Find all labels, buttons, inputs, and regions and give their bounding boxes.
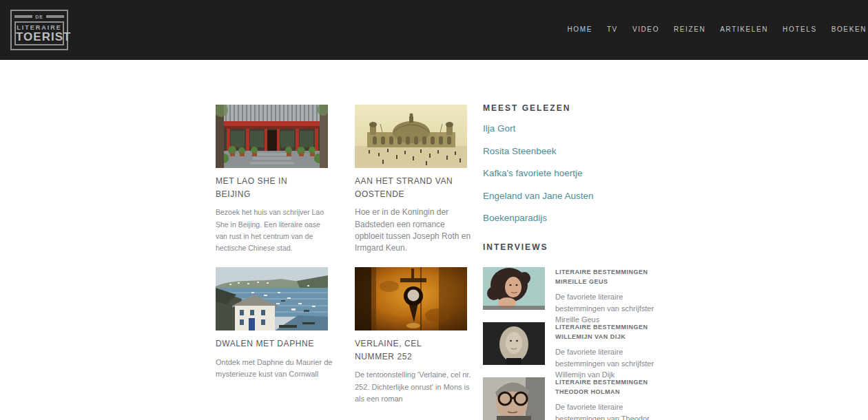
interview-thumb-theodor-holman[interactable]	[483, 377, 545, 420]
nav-item-home[interactable]: HOME	[568, 25, 592, 33]
interview-excerpt: De favoriete literaire bestemmingen van …	[555, 291, 662, 326]
nav-item-tv[interactable]: TV	[607, 25, 618, 33]
interview-title[interactable]: LITERAIRE BESTEMMINGEN WILLEMIJN VAN DIJ…	[555, 323, 662, 342]
interview-item-mireille-geus[interactable]: LITERAIRE BESTEMMINGEN MIREILLE GEUS De …	[483, 267, 663, 326]
interview-excerpt: De favoriete literaire bestemmingen van …	[555, 401, 662, 420]
nav-item-artikelen[interactable]: ARTIKELEN	[720, 25, 768, 33]
site-header: DE LITERAIRE TOERIST HOME TV VIDEO REIZE…	[0, 0, 868, 60]
interview-text: LITERAIRE BESTEMMINGEN THEODOR HOLMAN De…	[555, 377, 662, 420]
article-card-daphne: DWALEN MET DAPHNE Ontdek met Daphne du M…	[216, 267, 333, 381]
logo-toerist-text: TOERIST	[16, 31, 63, 43]
most-read-link-rosita-steenbeek[interactable]: Rosita Steenbeek	[483, 146, 662, 156]
interview-thumb-willemijn-van-dijk[interactable]	[483, 322, 545, 365]
article-image-cornwall-harbour[interactable]	[216, 267, 328, 330]
article-excerpt: Ontdek met Daphne du Maurier de mysterie…	[216, 357, 333, 381]
article-title-line2: OOSTENDE	[355, 188, 472, 201]
most-read-link-boekenparadijs[interactable]: Boekenparadijs	[483, 213, 662, 223]
most-read-link-kafka-hoertje[interactable]: Kafka's favoriete hoertje	[483, 168, 662, 178]
most-read-link-ilja-gort[interactable]: Ilja Gort	[483, 123, 662, 134]
article-title-line1: AAN HET STRAND VAN	[355, 175, 472, 188]
logo-left-bar	[14, 15, 32, 18]
most-read-link-jane-austen[interactable]: Engeland van Jane Austen	[483, 191, 662, 201]
article-title-line2: BEIJING	[216, 188, 333, 201]
nav-item-hotels[interactable]: HOTELS	[783, 25, 817, 33]
article-image-rusty-cell-door[interactable]	[355, 267, 467, 330]
article-title-line1: VERLAINE, CEL	[355, 337, 472, 350]
article-image-lao-she-courtyard[interactable]	[216, 105, 328, 168]
interview-title[interactable]: LITERAIRE BESTEMMINGEN THEODOR HOLMAN	[555, 378, 662, 397]
article-card-oostende: AAN HET STRAND VAN OOSTENDE Hoe er in de…	[355, 105, 472, 255]
interview-title-line1: LITERAIRE BESTEMMINGEN	[555, 268, 662, 277]
interview-title-line2: THEODOR HOLMAN	[555, 388, 662, 397]
article-title-line1: DWALEN MET DAPHNE	[216, 337, 333, 350]
nav-item-boeken[interactable]: BOEKEN	[831, 25, 867, 33]
interviews-heading: INTERVIEWS	[483, 242, 548, 252]
main-nav: HOME TV VIDEO REIZEN ARTIKELEN HOTELS BO…	[568, 25, 867, 33]
article-title-line2: NUMMER 252	[355, 350, 472, 364]
interview-thumb-mireille-geus[interactable]	[483, 267, 545, 310]
article-excerpt: Bezoek het huis van schrijver Lao She in…	[216, 207, 333, 254]
logo-right-bar	[46, 15, 64, 18]
article-title[interactable]: DWALEN MET DAPHNE	[216, 337, 333, 350]
interview-title-line1: LITERAIRE BESTEMMINGEN	[555, 323, 662, 333]
most-read-list: Ilja Gort Rosita Steenbeek Kafka's favor…	[483, 123, 662, 235]
interview-item-theodor-holman[interactable]: LITERAIRE BESTEMMINGEN THEODOR HOLMAN De…	[483, 377, 663, 420]
interview-text: LITERAIRE BESTEMMINGEN WILLEMIJN VAN DIJ…	[555, 322, 662, 381]
interview-title-line2: MIREILLE GEUS	[555, 277, 662, 287]
interview-title[interactable]: LITERAIRE BESTEMMINGEN MIREILLE GEUS	[555, 268, 662, 286]
page: DE LITERAIRE TOERIST HOME TV VIDEO REIZE…	[0, 0, 868, 420]
nav-item-reizen[interactable]: REIZEN	[674, 25, 705, 33]
logo-top-row: DE	[14, 13, 64, 20]
article-excerpt: De tentoonstelling 'Verlaine, cel nr. 25…	[355, 369, 472, 406]
interview-text: LITERAIRE BESTEMMINGEN MIREILLE GEUS De …	[555, 267, 662, 326]
interview-title-line1: LITERAIRE BESTEMMINGEN	[555, 378, 662, 388]
article-excerpt: Hoe er in de Koningin der Badsteden een …	[355, 207, 472, 255]
article-title[interactable]: VERLAINE, CEL NUMMER 252	[355, 337, 472, 363]
article-card-verlaine: VERLAINE, CEL NUMMER 252 De tentoonstell…	[355, 267, 472, 406]
article-title[interactable]: MET LAO SHE IN BEIJING	[216, 175, 333, 200]
article-card-lao-she: MET LAO SHE IN BEIJING Bezoek het huis v…	[216, 105, 333, 254]
logo-de-text: DE	[35, 14, 43, 19]
article-title-line1: MET LAO SHE IN	[216, 175, 333, 188]
interview-title-line2: WILLEMIJN VAN DIJK	[555, 333, 662, 342]
article-title[interactable]: AAN HET STRAND VAN OOSTENDE	[355, 175, 472, 200]
logo-main-box: LITERAIRE TOERIST	[14, 21, 64, 45]
nav-item-video[interactable]: VIDEO	[632, 25, 659, 33]
site-logo[interactable]: DE LITERAIRE TOERIST	[10, 10, 68, 50]
most-read-heading: MEEST GELEZEN	[483, 103, 570, 113]
interview-item-willemijn-van-dijk[interactable]: LITERAIRE BESTEMMINGEN WILLEMIJN VAN DIJ…	[483, 322, 663, 381]
article-image-kursaal-oostende[interactable]	[355, 105, 467, 168]
interview-excerpt: De favoriete literaire bestemmingen van …	[555, 346, 662, 381]
